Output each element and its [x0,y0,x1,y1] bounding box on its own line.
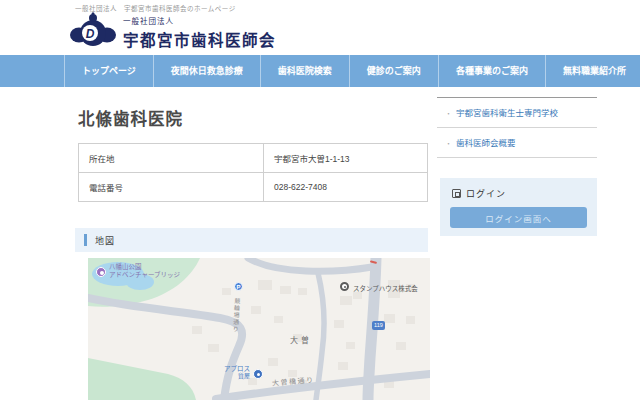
page: 一般社団法人 宇都宮市歯科医師会のホームページ D 一般社団法人 宇都宮市歯科医… [0,0,640,400]
table-row: 電話番号 028-622-7408 [79,173,428,202]
table-row: 所在地 宇都宮市大曽1-1-13 [79,144,428,173]
login-screen-button[interactable]: ログイン画面へ [450,207,587,228]
nav-item-checkup[interactable]: 健診のご案内 [349,55,438,87]
map-section-title: 地図 [95,234,115,247]
org-name-title: 宇都宮市歯科医師会 [123,28,276,50]
address-label: 所在地 [79,144,264,173]
brand-text: 一般社団法人 宇都宮市歯科医師会 [123,15,276,50]
sidebar-item-hygienist-school[interactable]: ・宇都宮歯科衛生士専門学校 [437,98,597,128]
map-section-header: 地図 [75,228,428,252]
sidebar-link-list: ・宇都宮歯科衛生士専門学校 ・歯科医師会概要 [437,97,597,158]
association-logo-icon: D [70,12,116,52]
nav-item-services[interactable]: 各種事業のご案内 [438,55,545,87]
main-nav: トップページ 夜間休日救急診療 歯科医院検索 健診のご案内 各種事業のご案内 無… [0,55,640,87]
address-value: 宇都宮市大曽1-1-13 [264,144,428,173]
shop-poi-icon[interactable] [253,369,263,379]
company-poi-icon[interactable] [340,282,349,291]
org-type-label: 一般社団法人 [123,15,276,26]
site-logo-block[interactable]: D 一般社団法人 宇都宮市歯科医師会 [70,12,276,52]
parking-icon[interactable]: P [234,282,243,291]
svg-text:D: D [86,27,95,41]
shop-poi-label[interactable]: アプロス 質屋 [212,365,250,380]
sidebar-item-association-overview[interactable]: ・歯科医師会概要 [437,128,597,158]
map-view[interactable]: 八幡山公園 アドベンチャーブリッジ P スタンプハウス株式会 大曽 アプロス 質… [88,258,430,400]
route-119-shield: 119 [372,321,385,330]
district-label: 大曽 [290,334,312,345]
login-panel: ログイン ログイン画面へ [440,178,597,236]
phone-value: 028-622-7408 [264,173,428,202]
nav-item-job-office[interactable]: 無料職業紹介所 [545,55,640,87]
park-poi-label[interactable]: 八幡山公園 アドベンチャーブリッジ [109,263,180,279]
bullet-icon: ・ [445,140,452,147]
bullet-icon: ・ [445,110,452,117]
nav-item-clinic-search[interactable]: 歯科医院検索 [260,55,349,87]
login-icon [452,189,461,198]
phone-label: 電話番号 [79,173,264,202]
nav-item-top[interactable]: トップページ [64,55,153,87]
login-title: ログイン [466,187,506,200]
park-poi-icon[interactable] [96,267,106,277]
clinic-info-table: 所在地 宇都宮市大曽1-1-13 電話番号 028-622-7408 [78,143,428,202]
login-header: ログイン [452,187,506,200]
nav-item-emergency[interactable]: 夜間休日救急診療 [153,55,260,87]
clinic-name-title: 北條歯科医院 [78,106,183,130]
section-accent-bar [84,234,87,246]
company-poi-label[interactable]: スタンプハウス株式会 [353,283,418,293]
